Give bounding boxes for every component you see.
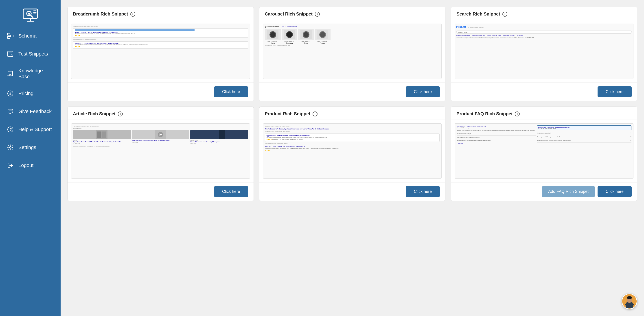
- bc-row-1: Apple iPhone X Price in India, Specifica…: [73, 28, 248, 38]
- article-click-here-button[interactable]: Click here: [214, 186, 248, 197]
- svg-point-31: [270, 32, 275, 37]
- avatar-person-icon: [622, 294, 636, 308]
- svg-rect-48: [219, 130, 224, 139]
- help-support-icon: ?: [6, 125, 14, 133]
- sidebar-item-settings[interactable]: Settings: [0, 138, 60, 156]
- carousel-card-preview: g shock watches Ads · g shock watches Ca…: [260, 20, 446, 82]
- faq-left-title: Example Site - Frequently Asked Question…: [457, 125, 536, 127]
- carousel-preview-inner: g shock watches Ads · g shock watches Ca…: [263, 24, 442, 79]
- article-card-preview: About 31,20,00,000 results (0.46 seconds…: [68, 120, 254, 182]
- card-header-product-faq: Product FAQ Rich Snippet i: [451, 107, 637, 120]
- art-thumb-1: [73, 130, 131, 139]
- sidebar-item-logout[interactable]: Logout: [0, 156, 60, 175]
- sidebar-item-pricing-label: Pricing: [18, 91, 34, 96]
- search-card-footer: Click here: [451, 82, 637, 101]
- sr-tagline: The Online Shopping Destination: [468, 27, 484, 28]
- sidebar-item-give-feedback-label: Give Feedback: [18, 109, 52, 114]
- product-faq-click-here-button[interactable]: Click here: [598, 186, 632, 197]
- sidebar-logo: [0, 0, 60, 27]
- schema-icon: [6, 32, 14, 40]
- sr-logo: Flipkart: [456, 25, 466, 28]
- app-logo-icon: [21, 7, 39, 23]
- prod-row-3: iPhone X - Price in India, Full Specific…: [265, 146, 440, 151]
- prod-row-2: Apple iPhone X Price in India, Specifica…: [265, 133, 440, 142]
- car-item-2: Casio G-Shock GA... ₹11,205.21: [282, 29, 297, 44]
- svg-rect-53: [625, 304, 627, 305]
- bc-desc-1: The features aren't cheap why should the…: [75, 33, 246, 34]
- sidebar-navigation: Schema ✓ Test Snippets Knowledge Base $ …: [0, 27, 60, 175]
- car-item-4: Casio G-Shock GA... ₹7,295: [315, 29, 330, 44]
- sr-search-box: Search Flipkart: [456, 31, 632, 34]
- sr-link-2: Download Flipkart App: [472, 35, 485, 36]
- svg-rect-54: [632, 304, 634, 305]
- article-rich-snippet-card: Article Rich Snippet i About 31,20,00,00…: [67, 106, 254, 201]
- sidebar-item-pricing[interactable]: $ Pricing: [0, 84, 60, 102]
- sidebar-item-help-support-label: Help & Support: [18, 126, 52, 132]
- art-title-2: Apple may bring touch-integrated OLED fo…: [132, 140, 190, 141]
- prod-rating-row: ★★★★ Rating: 4.4 · 2,331 votes · Startin…: [266, 139, 438, 140]
- prod-nav-2: gadgets.ndtv.com › iPhone Finder › Apple…: [265, 131, 440, 132]
- sr-link-1: Flipkart Offers & Deals: [456, 35, 470, 36]
- sidebar-item-give-feedback[interactable]: Give Feedback: [0, 102, 60, 120]
- sr-link-3: Flipkart Customer Care: [487, 35, 501, 36]
- faq-right-q-2: How long does it take to process a refun…: [537, 135, 632, 139]
- svg-point-52: [627, 296, 632, 299]
- svg-rect-11: [11, 35, 13, 37]
- product-faq-info-icon[interactable]: i: [515, 111, 520, 116]
- art-top: About 31,20,00,000 results (0.46 seconds…: [73, 125, 248, 127]
- search-info-icon[interactable]: i: [502, 12, 507, 17]
- faq-q-3: What is the policy for late/non-delivery…: [457, 139, 536, 142]
- faq-box-sub: Your site title here › support › answer: [538, 128, 630, 129]
- car-price-4: ₹7,295: [315, 42, 330, 44]
- sr-link-grid: Flipkart Offers & Deals Download Flipkar…: [456, 35, 632, 36]
- art-card-2: Apple may bring touch-integrated OLED fo…: [132, 130, 190, 144]
- give-feedback-icon: [6, 107, 14, 115]
- product-faq-card-footer: Add FAQ Rich Snippet Click here: [451, 182, 637, 201]
- car-items: Casio G-Shock GA... ₹5,995 Casio G-Shock…: [265, 29, 440, 44]
- carousel-preview-sim: g shock watches Ads · g shock watches Ca…: [263, 24, 442, 71]
- search-click-here-button[interactable]: Click here: [598, 86, 632, 97]
- article-card-title: Article Rich Snippet: [73, 111, 116, 116]
- sidebar-item-knowledge-base-label: Knowledge Base: [18, 68, 54, 80]
- svg-text:?: ?: [10, 128, 12, 131]
- car-price-1: ₹5,995: [265, 42, 281, 44]
- bc-title-bar: [75, 30, 195, 31]
- prod-title-3: iPhone X - Price in India, Full Specific…: [265, 146, 440, 147]
- search-card-title: Search Rich Snippet: [456, 12, 500, 17]
- sidebar-item-settings-label: Settings: [18, 144, 36, 150]
- add-faq-rich-snippet-button[interactable]: Add FAQ Rich Snippet: [542, 186, 595, 197]
- prod-stars-3: ★★★★: [265, 149, 440, 151]
- faq-right-panel: Example Site - Frequently Asked Question…: [537, 125, 632, 169]
- card-header-breadcrumb: Breadcrumb Rich Snippet i: [68, 7, 254, 20]
- art-bottom: Buy Apple iPhone X online at best prices…: [73, 145, 248, 147]
- carousel-card-title: Carousel Rich Snippet: [265, 12, 312, 17]
- product-faq-card-title: Product FAQ Rich Snippet: [456, 111, 512, 116]
- faq-q-1: What is the return policy?: [457, 132, 536, 135]
- breadcrumb-info-icon[interactable]: i: [130, 12, 135, 17]
- product-faq-preview-inner: Example Site - Frequently Asked Question…: [454, 123, 634, 179]
- art-cards-row: Forbes Apple Loop: New iPhone 12 Details…: [73, 130, 248, 144]
- car-price-3: ₹5,995: [298, 42, 314, 44]
- car-img-2: [282, 29, 297, 40]
- main-content: Breadcrumb Rich Snippet i gadgets.ndtv.c…: [60, 0, 644, 316]
- faq-q-2: How long does it take to process a refun…: [457, 135, 536, 139]
- art-thumb-2: [132, 130, 190, 139]
- sidebar-item-schema[interactable]: Schema: [0, 27, 60, 45]
- carousel-info-icon[interactable]: i: [315, 12, 320, 17]
- sidebar-item-knowledge-base[interactable]: Knowledge Base: [0, 63, 60, 84]
- product-click-here-button[interactable]: Click here: [406, 186, 440, 197]
- car-img-1: [265, 29, 281, 40]
- sr-link-4: Buy Online at Best…: [503, 35, 515, 36]
- breadcrumb-click-here-button[interactable]: Click here: [214, 86, 248, 97]
- search-preview-sim: Flipkart The Online Shopping Destination…: [455, 24, 633, 71]
- sidebar-item-help-support[interactable]: ? Help & Support: [0, 120, 60, 138]
- article-info-icon[interactable]: i: [118, 111, 123, 116]
- sidebar-item-test-snippets[interactable]: ✓ Test Snippets: [0, 45, 60, 63]
- product-card-footer: Click here: [260, 182, 446, 201]
- product-info-icon[interactable]: i: [312, 111, 318, 116]
- carousel-card-footer: Click here: [260, 82, 446, 101]
- carousel-click-here-button[interactable]: Click here: [406, 86, 440, 97]
- svg-rect-42: [98, 131, 102, 138]
- chat-avatar-button[interactable]: [622, 293, 637, 309]
- prod-desc-3: Buy Apple iPhone X online at best prices…: [265, 148, 440, 149]
